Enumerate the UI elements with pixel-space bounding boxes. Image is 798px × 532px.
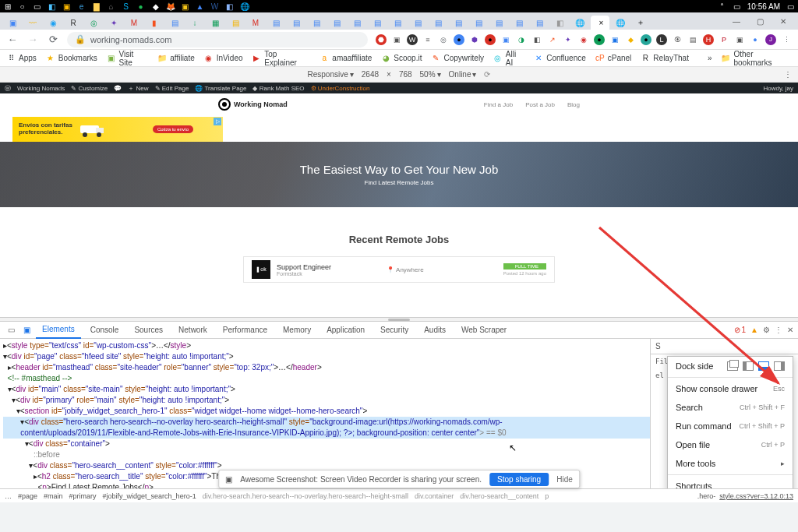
device-height[interactable]: 768 bbox=[399, 70, 412, 79]
app-icon[interactable]: ⌂ bbox=[107, 2, 115, 11]
nav-blog[interactable]: Blog bbox=[567, 101, 580, 108]
bookmark-item[interactable]: RRelayThat bbox=[641, 54, 689, 63]
browser-tab[interactable]: ▣ bbox=[3, 16, 22, 30]
app-icon[interactable]: ◧ bbox=[225, 2, 234, 11]
skype-icon[interactable]: S bbox=[122, 2, 130, 11]
menu-more-tools[interactable]: More tools▸ bbox=[668, 454, 793, 473]
device-mode-select[interactable]: Responsive ▾ bbox=[308, 70, 354, 79]
browser-tab[interactable]: ▤ bbox=[489, 16, 508, 30]
clock[interactable]: 10:56 AM bbox=[747, 2, 780, 11]
crumb[interactable]: div.container bbox=[415, 492, 454, 500]
device-toggle-icon[interactable]: ▣ bbox=[20, 324, 33, 336]
menu-show-drawer[interactable]: Show console drawerEsc bbox=[668, 379, 793, 398]
new-tab-button[interactable]: ＋ bbox=[631, 16, 650, 30]
app-icon[interactable]: ▣ bbox=[181, 2, 189, 11]
job-card[interactable]: ❚ok Support Engineer Formstack 📍 Anywher… bbox=[243, 256, 555, 283]
window-minimize-icon[interactable]: — bbox=[725, 12, 748, 30]
elements-breadcrumb[interactable]: … #page #main #primary #jobify_widget_se… bbox=[0, 488, 798, 502]
bookmark-item[interactable]: ★Bookmarks bbox=[46, 54, 97, 63]
tab-security[interactable]: Security bbox=[374, 322, 415, 339]
browser-tab[interactable]: ▤ bbox=[307, 16, 326, 30]
crumb[interactable]: #page bbox=[18, 492, 37, 500]
ext-icon[interactable]: ▤ bbox=[687, 34, 698, 45]
browser-tab[interactable]: ▤ bbox=[530, 16, 549, 30]
app-icon[interactable]: ◧ bbox=[48, 2, 56, 11]
notifications-icon[interactable]: ▭ bbox=[786, 2, 795, 11]
firefox-icon[interactable]: 🦊 bbox=[166, 2, 175, 11]
cortana-icon[interactable]: ○ bbox=[18, 2, 26, 11]
bookmark-item[interactable]: ▶Top Explainer bbox=[252, 50, 311, 67]
browser-tab[interactable]: ▦ bbox=[206, 16, 224, 30]
ext-icon[interactable]: ⬢ bbox=[469, 34, 480, 45]
tab-webscraper[interactable]: Web Scraper bbox=[455, 322, 513, 339]
devtools-more-icon[interactable]: ⋮ bbox=[775, 326, 782, 334]
devtools-close-icon[interactable]: ✕ bbox=[787, 326, 793, 334]
window-close-icon[interactable]: ✕ bbox=[772, 12, 795, 30]
browser-tab[interactable]: ▤ bbox=[408, 16, 427, 30]
wp-new[interactable]: ＋ New bbox=[128, 84, 148, 93]
tab-elements[interactable]: Elements bbox=[36, 322, 81, 339]
ext-icon[interactable]: ● bbox=[454, 34, 464, 45]
ext-icon[interactable]: ● bbox=[750, 34, 761, 45]
crumb[interactable]: div.hero-search__content bbox=[460, 492, 538, 500]
throttle-select[interactable]: Online ▾ bbox=[449, 70, 477, 79]
ext-icon[interactable]: ● bbox=[594, 34, 605, 45]
bookmark-item[interactable]: ▣Visit Site bbox=[107, 50, 148, 67]
bookmark-item[interactable]: ✕Confluence bbox=[534, 54, 586, 63]
tray-chevron-icon[interactable]: ˄ bbox=[718, 2, 726, 11]
wp-translate[interactable]: 🌐 Translate Page bbox=[195, 85, 246, 92]
device-bar-more-icon[interactable]: ⋮ bbox=[784, 70, 792, 79]
wp-underconstruction[interactable]: ⚙ UnderConstruction bbox=[311, 85, 370, 92]
nav-find-job[interactable]: Find a Job bbox=[484, 101, 513, 108]
ext-icon[interactable]: ◆ bbox=[625, 34, 636, 45]
apps-shortcut[interactable]: ⠿Apps bbox=[6, 54, 37, 63]
bookmark-item[interactable]: ✎Copywritely bbox=[431, 54, 484, 63]
forward-button[interactable]: → bbox=[26, 33, 39, 46]
error-count[interactable]: ⊘ 1 bbox=[734, 326, 747, 334]
styles-tabs[interactable]: S bbox=[651, 339, 798, 354]
browser-tab[interactable]: ↓ bbox=[185, 16, 204, 30]
ad-cta-button[interactable]: Cotiza tu envío bbox=[153, 125, 193, 133]
tab-memory[interactable]: Memory bbox=[277, 322, 317, 339]
devtools-settings-icon[interactable]: ⚙ bbox=[763, 326, 770, 334]
address-bar[interactable]: 🔒 working-nomads.com bbox=[67, 32, 368, 48]
tab-performance[interactable]: Performance bbox=[217, 322, 274, 339]
crumb[interactable]: p bbox=[545, 492, 549, 500]
ext-icon[interactable]: ▣ bbox=[734, 34, 745, 45]
bookmark-item[interactable]: ◎Alli AI bbox=[493, 50, 524, 67]
ext-icon[interactable]: ▣ bbox=[500, 34, 511, 45]
device-width[interactable]: 2648 bbox=[362, 70, 379, 79]
warning-count[interactable]: ▲1 bbox=[750, 326, 758, 334]
browser-tab[interactable]: 🌐 bbox=[570, 16, 589, 30]
dock-bottom-icon[interactable] bbox=[758, 361, 769, 371]
ad-close-icon[interactable]: ▷ bbox=[214, 118, 221, 125]
browser-tab[interactable]: ▤ bbox=[287, 16, 305, 30]
menu-open-file[interactable]: Open fileCtrl + P bbox=[668, 435, 793, 454]
inspect-icon[interactable]: ▭ bbox=[5, 324, 17, 336]
browser-tab[interactable]: M bbox=[246, 16, 265, 30]
ext-icon[interactable]: ◎ bbox=[438, 34, 449, 45]
taskview-icon[interactable]: ▭ bbox=[33, 2, 41, 11]
app-icon[interactable]: ◆ bbox=[151, 2, 160, 11]
bookmark-item[interactable]: ◕Scoop.it bbox=[381, 54, 422, 63]
elements-tree[interactable]: ▸<style type="text/css" id="wp-custom-cs… bbox=[0, 339, 650, 488]
ext-icon[interactable]: ● bbox=[641, 34, 651, 45]
browser-tab[interactable]: ▤ bbox=[226, 16, 245, 30]
crumb[interactable]: #jobify_widget_search_hero-1 bbox=[103, 492, 196, 500]
dock-left-icon[interactable] bbox=[743, 361, 754, 371]
wp-customize[interactable]: ✎ Customize bbox=[71, 85, 108, 92]
browser-tab[interactable]: ▤ bbox=[348, 16, 366, 30]
ext-icon[interactable]: H bbox=[703, 34, 714, 45]
app-icon[interactable]: ▲ bbox=[196, 2, 204, 11]
browser-tab[interactable]: R bbox=[64, 16, 83, 30]
bookmark-item[interactable]: aamaaffiliate bbox=[320, 54, 372, 63]
tab-audits[interactable]: Audits bbox=[418, 322, 452, 339]
reload-button[interactable]: ⟳ bbox=[47, 33, 59, 46]
crumb[interactable]: div.hero-search.hero-search--no-overlay.… bbox=[203, 492, 408, 500]
chrome-icon[interactable]: 🌐 bbox=[240, 2, 249, 11]
wp-comments-icon[interactable]: 💬 bbox=[114, 85, 122, 92]
ext-icon[interactable]: L bbox=[656, 34, 667, 45]
bookmark-item[interactable]: cPcPanel bbox=[595, 54, 632, 63]
browser-tab[interactable]: ◧ bbox=[550, 16, 569, 30]
ext-icon[interactable]: ↗ bbox=[547, 34, 558, 45]
